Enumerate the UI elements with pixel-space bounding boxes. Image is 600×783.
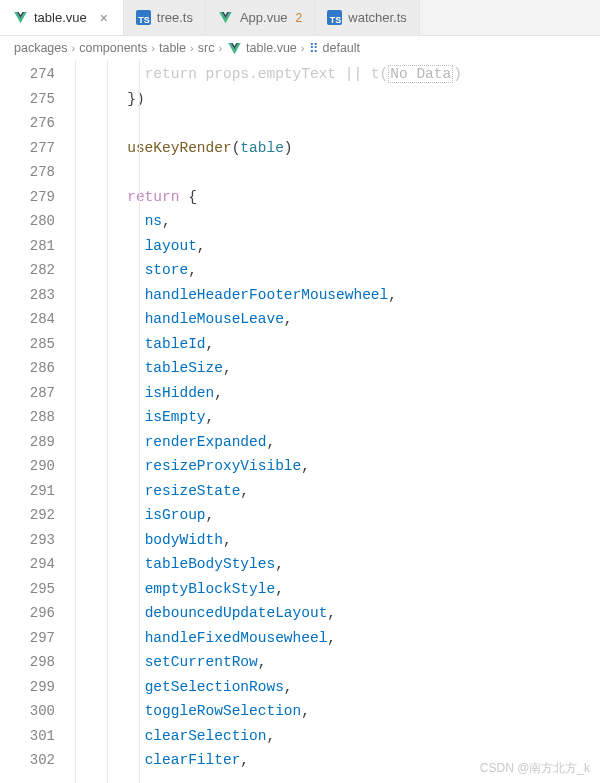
breadcrumb-item[interactable]: table xyxy=(159,41,186,55)
tab-label: tree.ts xyxy=(157,10,193,25)
line-number: 281 xyxy=(0,234,55,259)
code-line[interactable]: renderExpanded, xyxy=(75,430,600,455)
code-line[interactable]: return { xyxy=(75,185,600,210)
line-number: 283 xyxy=(0,283,55,308)
breadcrumb-item[interactable]: components xyxy=(79,41,147,55)
code-line[interactable]: store, xyxy=(75,258,600,283)
code-line[interactable]: handleMouseLeave, xyxy=(75,307,600,332)
breadcrumb-item[interactable]: src xyxy=(198,41,215,55)
vue-icon xyxy=(12,10,28,26)
code-line[interactable]: getSelectionRows, xyxy=(75,675,600,700)
tabs-bar: table.vue×TStree.tsApp.vue2TSwatcher.ts xyxy=(0,0,600,36)
line-number: 292 xyxy=(0,503,55,528)
vue-icon xyxy=(226,40,242,56)
code-line[interactable]: resizeState, xyxy=(75,479,600,504)
code-line[interactable]: useKeyRender(table) xyxy=(75,136,600,161)
chevron-right-icon: › xyxy=(190,42,194,54)
tab-App-vue[interactable]: App.vue2 xyxy=(206,0,315,35)
line-number: 296 xyxy=(0,601,55,626)
line-number: 302 xyxy=(0,748,55,773)
tab-label: watcher.ts xyxy=(348,10,407,25)
breadcrumb-item[interactable]: table.vue xyxy=(226,40,297,56)
line-number: 290 xyxy=(0,454,55,479)
chevron-right-icon: › xyxy=(151,42,155,54)
chevron-right-icon: › xyxy=(72,42,76,54)
line-number: 300 xyxy=(0,699,55,724)
code-line[interactable]: resizeProxyVisible, xyxy=(75,454,600,479)
line-number: 295 xyxy=(0,577,55,602)
line-number: 293 xyxy=(0,528,55,553)
vue-icon xyxy=(218,10,234,26)
code-line[interactable]: isGroup, xyxy=(75,503,600,528)
code-line[interactable] xyxy=(75,160,600,185)
line-number: 298 xyxy=(0,650,55,675)
ts-icon: TS xyxy=(136,10,151,25)
tab-table-vue[interactable]: table.vue× xyxy=(0,0,124,35)
code-line[interactable]: handleFixedMousewheel, xyxy=(75,626,600,651)
code-line[interactable]: handleHeaderFooterMousewheel, xyxy=(75,283,600,308)
line-number: 276 xyxy=(0,111,55,136)
tab-modified-badge: 2 xyxy=(296,11,303,25)
close-icon[interactable]: × xyxy=(97,11,111,25)
line-number: 278 xyxy=(0,160,55,185)
code-line[interactable]: return props.emptyText || t(No Data) xyxy=(75,62,600,87)
line-number: 274 xyxy=(0,62,55,87)
symbol-icon: ⠿ xyxy=(309,41,319,56)
breadcrumb-item[interactable]: ⠿default xyxy=(309,41,361,56)
chevron-right-icon: › xyxy=(218,42,222,54)
code-line[interactable]: setCurrentRow, xyxy=(75,650,600,675)
breadcrumb: packages›components›table›src›table.vue›… xyxy=(0,36,600,60)
line-number: 275 xyxy=(0,87,55,112)
watermark: CSDN @南方北方_k xyxy=(480,760,590,777)
code-line[interactable]: debouncedUpdateLayout, xyxy=(75,601,600,626)
code-line[interactable]: tableSize, xyxy=(75,356,600,381)
code-area[interactable]: return props.emptyText || t(No Data) }) … xyxy=(75,60,600,783)
editor: 2742752762772782792802812822832842852862… xyxy=(0,60,600,783)
code-line[interactable] xyxy=(75,111,600,136)
line-number: 284 xyxy=(0,307,55,332)
line-number: 288 xyxy=(0,405,55,430)
gutter: 2742752762772782792802812822832842852862… xyxy=(0,60,75,783)
ts-icon: TS xyxy=(327,10,342,25)
code-line[interactable]: bodyWidth, xyxy=(75,528,600,553)
line-number: 279 xyxy=(0,185,55,210)
code-line[interactable]: toggleRowSelection, xyxy=(75,699,600,724)
line-number: 301 xyxy=(0,724,55,749)
code-line[interactable]: isHidden, xyxy=(75,381,600,406)
breadcrumb-item[interactable]: packages xyxy=(14,41,68,55)
tab-label: App.vue xyxy=(240,10,288,25)
chevron-right-icon: › xyxy=(301,42,305,54)
code-line[interactable]: tableId, xyxy=(75,332,600,357)
line-number: 277 xyxy=(0,136,55,161)
tab-label: table.vue xyxy=(34,10,87,25)
code-line[interactable]: clearSelection, xyxy=(75,724,600,749)
line-number: 280 xyxy=(0,209,55,234)
code-line[interactable]: isEmpty, xyxy=(75,405,600,430)
line-number: 291 xyxy=(0,479,55,504)
line-number: 297 xyxy=(0,626,55,651)
code-line[interactable]: layout, xyxy=(75,234,600,259)
line-number: 286 xyxy=(0,356,55,381)
line-number: 299 xyxy=(0,675,55,700)
tab-tree-ts[interactable]: TStree.ts xyxy=(124,0,206,35)
line-number: 289 xyxy=(0,430,55,455)
code-line[interactable]: tableBodyStyles, xyxy=(75,552,600,577)
line-number: 285 xyxy=(0,332,55,357)
line-number: 287 xyxy=(0,381,55,406)
line-number: 282 xyxy=(0,258,55,283)
line-number: 294 xyxy=(0,552,55,577)
code-line[interactable]: emptyBlockStyle, xyxy=(75,577,600,602)
code-line[interactable]: }) xyxy=(75,87,600,112)
code-line[interactable]: ns, xyxy=(75,209,600,234)
tab-watcher-ts[interactable]: TSwatcher.ts xyxy=(315,0,420,35)
